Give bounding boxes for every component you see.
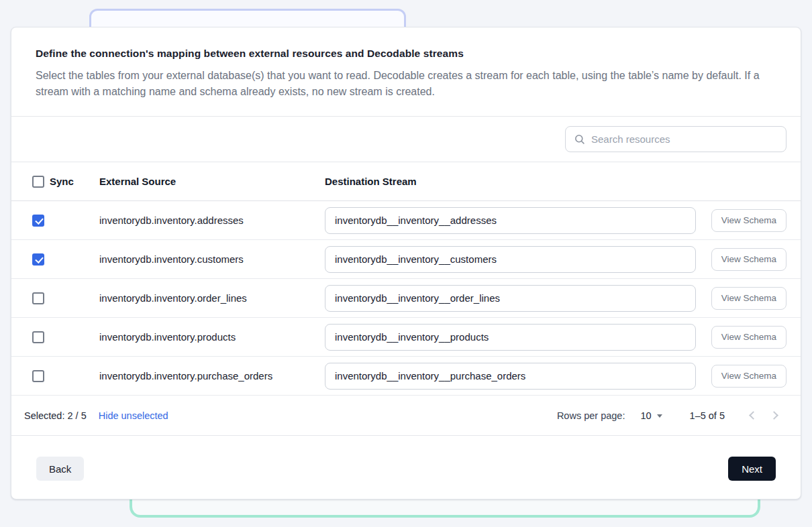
destination-stream-input[interactable] <box>325 207 696 234</box>
view-schema-button[interactable]: View Schema <box>711 209 786 232</box>
destination-stream-input[interactable] <box>325 324 696 351</box>
mapping-step-card: Define the connection's mapping between … <box>11 27 801 500</box>
search-row <box>11 117 801 162</box>
back-button[interactable]: Back <box>36 457 84 481</box>
chevron-left-icon <box>749 411 758 420</box>
view-schema-button[interactable]: View Schema <box>711 365 786 388</box>
destination-stream-input[interactable] <box>325 363 696 390</box>
table-body: inventorydb.inventory.addresses View Sch… <box>11 201 801 396</box>
destination-stream-column-header: Destination Stream <box>325 176 703 187</box>
selected-count-label: Selected: 2 / 5 <box>24 410 87 421</box>
search-input[interactable] <box>591 133 778 145</box>
sync-checkbox[interactable] <box>32 331 44 343</box>
sync-checkbox[interactable] <box>32 292 44 304</box>
external-source-label: inventorydb.inventory.order_lines <box>99 292 325 304</box>
rows-per-page-label: Rows per page: <box>557 410 625 421</box>
external-source-label: inventorydb.inventory.customers <box>99 253 325 265</box>
table-row: inventorydb.inventory.customers View Sch… <box>11 240 801 279</box>
view-schema-button[interactable]: View Schema <box>711 248 786 271</box>
pagination-bar: Selected: 2 / 5 Hide unselected Rows per… <box>11 396 801 435</box>
sync-checkbox[interactable] <box>32 370 44 382</box>
search-box[interactable] <box>565 126 786 152</box>
page-range-label: 1–5 of 5 <box>690 410 725 421</box>
table-row: inventorydb.inventory.products View Sche… <box>11 318 801 357</box>
chevron-right-icon <box>770 411 778 420</box>
view-schema-button[interactable]: View Schema <box>711 287 786 310</box>
caret-down-icon <box>657 414 662 418</box>
table-row: inventorydb.inventory.addresses View Sch… <box>11 201 801 240</box>
sync-checkbox[interactable] <box>32 215 44 227</box>
previous-page-button[interactable] <box>741 404 764 427</box>
rows-per-page-select[interactable]: 10 <box>640 410 662 421</box>
wizard-actions: Back Next <box>11 436 801 481</box>
view-schema-button[interactable]: View Schema <box>711 326 786 349</box>
hide-unselected-link[interactable]: Hide unselected <box>99 410 168 421</box>
table-row: inventorydb.inventory.order_lines View S… <box>11 279 801 318</box>
card-header: Define the connection's mapping between … <box>11 27 801 116</box>
external-source-label: inventorydb.inventory.purchase_orders <box>99 370 325 382</box>
sync-column-header: Sync <box>50 176 74 187</box>
destination-stream-input[interactable] <box>325 285 696 312</box>
next-page-button[interactable] <box>764 404 786 427</box>
external-source-label: inventorydb.inventory.products <box>99 331 325 343</box>
search-icon <box>574 133 585 145</box>
table-header-row: Sync External Source Destination Stream <box>11 162 801 201</box>
next-button[interactable]: Next <box>728 457 776 481</box>
select-all-checkbox[interactable] <box>32 176 44 188</box>
page-title: Define the connection's mapping between … <box>36 48 760 60</box>
table-row: inventorydb.inventory.purchase_orders Vi… <box>11 357 801 396</box>
page-description: Select the tables from your external dat… <box>36 68 760 100</box>
sync-checkbox[interactable] <box>32 253 44 266</box>
external-source-label: inventorydb.inventory.addresses <box>99 215 325 226</box>
destination-stream-input[interactable] <box>325 246 696 273</box>
rows-per-page-value: 10 <box>640 410 651 421</box>
external-source-column-header: External Source <box>99 176 325 187</box>
